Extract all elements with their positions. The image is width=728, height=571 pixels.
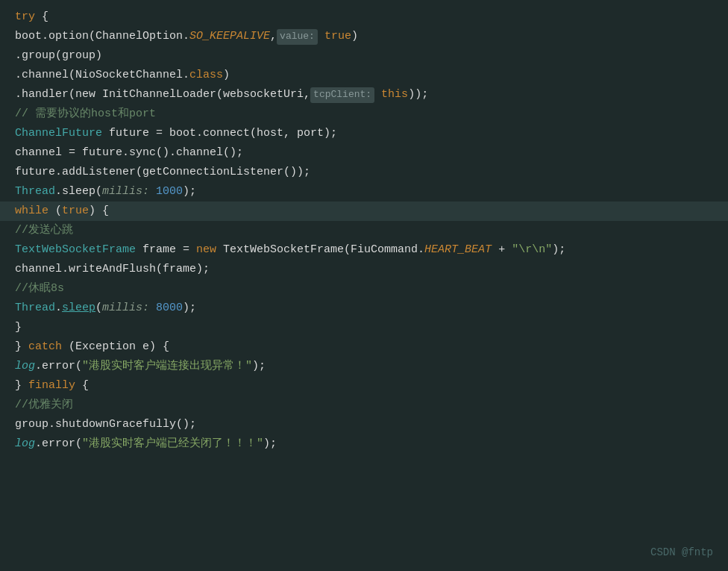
code-line: TextWebSocketFrame frame = new TextWebSo… [0, 240, 728, 260]
code-container: try { boot.option(ChannelOption.SO_KEEPA… [0, 0, 728, 571]
code-line: future.addListener(getConnectionListener… [0, 163, 728, 182]
code-lines: try { boot.option(ChannelOption.SO_KEEPA… [0, 7, 728, 454]
code-token: true [62, 202, 89, 220]
code-token: future.addListener(getConnectionListener… [15, 163, 310, 181]
code-token: .error( [35, 358, 82, 375]
code-token: TextWebSocketFrame(FiuCommand. [216, 241, 424, 259]
code-line: log.error("港股实时客户端已经关闭了！！！"); [0, 434, 728, 454]
code-token: //休眠8s [15, 280, 64, 298]
code-token: .channel(NioSocketChannel. [15, 66, 189, 84]
code-line: while (true) { [0, 202, 728, 221]
code-line: } catch (Exception e) { [0, 337, 728, 357]
code-token: "港股实时客户端连接出现异常！" [82, 358, 252, 375]
code-line: try { [0, 7, 728, 27]
code-token: channel.writeAndFlush(frame); [15, 260, 210, 278]
code-token: , [270, 28, 277, 46]
code-token: while [15, 202, 48, 220]
code-token: ChannelFuture [15, 125, 102, 143]
code-line: // 需要协议的host和port [0, 104, 728, 124]
code-token: boot.option(ChannelOption. [15, 28, 189, 46]
code-line: //优雅关闭 [0, 396, 728, 415]
code-line: log.error("港股实时客户端连接出现异常！"); [0, 357, 728, 376]
code-token: 1000 [156, 183, 183, 201]
code-token: group.shutdownGracefully(); [15, 416, 196, 434]
code-token: this [381, 86, 408, 104]
code-token: ) [351, 28, 358, 46]
code-token: .error( [35, 435, 82, 453]
code-token: . [55, 299, 62, 317]
code-token: channel = future.sync().channel(); [15, 144, 243, 162]
code-line: channel = future.sync().channel(); [0, 143, 728, 163]
code-token: class [189, 66, 223, 84]
code-token: log [15, 435, 35, 453]
code-token: sleep [62, 299, 95, 317]
code-token: } [15, 319, 22, 337]
watermark: CSDN @fntp [650, 544, 713, 561]
code-token: TextWebSocketFrame [15, 241, 136, 259]
code-line: ChannelFuture future = boot.connect(host… [0, 124, 728, 143]
code-token: frame = [136, 241, 196, 259]
code-token: .handler(new InitChannelLoader(websocket… [15, 86, 310, 104]
code-token: 8000 [156, 299, 183, 317]
code-token: // 需要协议的host和port [15, 105, 156, 123]
code-token: ); [263, 435, 277, 453]
code-line: group.shutdownGracefully(); [0, 415, 728, 434]
code-token: millis: [102, 299, 149, 317]
code-token [374, 86, 381, 104]
code-token: .sleep( [55, 183, 102, 201]
code-token: //优雅关闭 [15, 396, 73, 414]
code-token [149, 183, 156, 201]
code-token: finally [28, 377, 75, 395]
code-line: } finally { [0, 376, 728, 396]
code-line: //休眠8s [0, 279, 728, 299]
code-token: )); [408, 86, 428, 104]
code-token: Thread [15, 183, 55, 201]
param-hint: tcpClient: [310, 87, 374, 103]
code-token: "\r\n" [512, 241, 552, 259]
code-token: ) [223, 66, 230, 84]
code-token: (Exception e) { [62, 338, 169, 356]
code-token: try [15, 8, 35, 26]
code-token: } [15, 377, 28, 395]
code-token: + [492, 241, 512, 259]
code-token: SO_KEEPALIVE [189, 28, 270, 46]
code-token: millis: [102, 183, 149, 201]
code-token: //发送心跳 [15, 222, 73, 240]
code-token: true [324, 28, 351, 46]
code-token: .group(group) [15, 47, 102, 65]
code-token [318, 28, 324, 46]
param-hint: value: [277, 29, 318, 45]
code-line: boot.option(ChannelOption.SO_KEEPALIVE,v… [0, 27, 728, 46]
code-token: ); [183, 299, 196, 317]
code-token: HEART_BEAT [424, 241, 492, 259]
code-token: new [196, 241, 216, 259]
code-token: ); [183, 183, 196, 201]
code-token: catch [28, 338, 62, 356]
code-token: log [15, 358, 35, 375]
code-token: ( [95, 299, 102, 317]
code-token: ( [48, 202, 62, 220]
code-line: Thread.sleep(millis: 1000); [0, 182, 728, 202]
code-token: ) { [89, 202, 109, 220]
code-token: "港股实时客户端已经关闭了！！！" [82, 435, 263, 453]
code-line: Thread.sleep(millis: 8000); [0, 299, 728, 318]
code-token: ); [552, 241, 565, 259]
code-line: //发送心跳 [0, 221, 728, 240]
code-token [149, 299, 156, 317]
code-line: .group(group) [0, 46, 728, 66]
code-token: future = boot.connect(host, port); [102, 125, 337, 143]
code-line: .channel(NioSocketChannel.class) [0, 66, 728, 85]
code-token: } [15, 338, 28, 356]
code-line: } [0, 318, 728, 337]
code-token: ); [252, 358, 266, 375]
code-line: .handler(new InitChannelLoader(websocket… [0, 85, 728, 104]
code-token: { [75, 377, 89, 395]
code-token: { [35, 8, 48, 26]
code-token: Thread [15, 299, 55, 317]
code-line: channel.writeAndFlush(frame); [0, 260, 728, 279]
